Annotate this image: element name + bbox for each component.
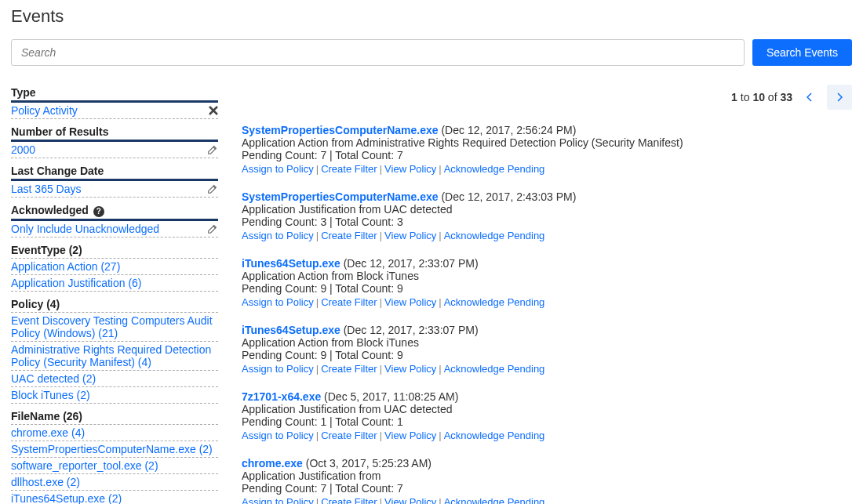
event-item: SystemPropertiesComputerName.exe (Dec 12… xyxy=(242,190,852,241)
facet-item[interactable]: dllhost.exe (2) xyxy=(11,474,218,491)
search-events-button[interactable]: Search Events xyxy=(752,39,852,66)
chevron-left-icon xyxy=(807,92,813,102)
separator: | xyxy=(316,163,319,175)
edit-icon[interactable] xyxy=(207,144,218,155)
facet-item[interactable]: UAC detected (2) xyxy=(11,371,218,387)
facet-item-label: dllhost.exe (2) xyxy=(11,476,80,488)
event-filename-link[interactable]: iTunes64Setup.exe xyxy=(242,324,340,336)
acknowledge-pending-link[interactable]: Acknowledge Pending xyxy=(444,363,545,375)
event-filename-link[interactable]: SystemPropertiesComputerName.exe xyxy=(242,190,439,203)
close-icon[interactable] xyxy=(209,106,218,115)
event-timestamp: (Dec 12, 2017, 2:43:03 PM) xyxy=(441,190,576,203)
event-counts: Pending Count: 7 | Total Count: 7 xyxy=(242,482,852,495)
search-input[interactable] xyxy=(11,39,745,66)
view-policy-link[interactable]: View Policy xyxy=(384,230,436,241)
assign-to-policy-link[interactable]: Assign to Policy xyxy=(242,496,314,504)
separator: | xyxy=(316,363,319,375)
facet-item[interactable]: Administrative Rights Required Detection… xyxy=(11,342,218,371)
event-filename-link[interactable]: chrome.exe xyxy=(242,457,303,470)
filter-header: Last Change Date xyxy=(11,163,218,181)
acknowledge-pending-link[interactable]: Acknowledge Pending xyxy=(444,230,545,241)
facet-item[interactable]: Block iTunes (2) xyxy=(11,387,218,404)
separator: | xyxy=(380,296,382,308)
separator: | xyxy=(380,496,382,504)
separator: | xyxy=(380,430,382,441)
filter-value-text: Last 365 Days xyxy=(11,183,82,195)
separator: | xyxy=(380,163,382,175)
view-policy-link[interactable]: View Policy xyxy=(384,163,436,175)
pager-next-button[interactable] xyxy=(827,85,852,110)
facet-item-label: UAC detected (2) xyxy=(11,372,96,385)
pager-prev-button[interactable] xyxy=(797,85,822,110)
facet-item[interactable]: iTunes64Setup.exe (2) xyxy=(11,491,218,505)
event-timestamp: (Dec 12, 2017, 2:33:07 PM) xyxy=(344,257,479,270)
create-filter-link[interactable]: Create Filter xyxy=(321,296,377,308)
page-title: Events xyxy=(11,6,852,27)
facet-item[interactable]: Application Action (27) xyxy=(11,259,218,275)
filter-header: Acknowledged ? xyxy=(11,202,218,221)
event-actions: Assign to Policy|Create Filter|View Poli… xyxy=(242,163,852,175)
acknowledge-pending-link[interactable]: Acknowledge Pending xyxy=(444,496,545,504)
filter-value-text: Only Include Unacknowledged xyxy=(11,223,159,235)
pager: 1 to 10 of 33 xyxy=(242,85,852,110)
facet-item-label: SystemPropertiesComputerName.exe (2) xyxy=(11,443,213,455)
facet-item[interactable]: Application Justification (6) xyxy=(11,275,218,292)
filter-value[interactable]: Only Include Unacknowledged xyxy=(11,221,218,237)
view-policy-link[interactable]: View Policy xyxy=(384,296,436,308)
facet-item-label: Application Justification (6) xyxy=(11,277,142,289)
separator: | xyxy=(380,363,382,375)
view-policy-link[interactable]: View Policy xyxy=(384,430,436,441)
separator: | xyxy=(380,230,382,241)
acknowledge-pending-link[interactable]: Acknowledge Pending xyxy=(444,163,545,175)
chevron-right-icon xyxy=(836,92,843,102)
assign-to-policy-link[interactable]: Assign to Policy xyxy=(242,363,314,375)
facet-item[interactable]: software_reporter_tool.exe (2) xyxy=(11,458,218,474)
event-actions: Assign to Policy|Create Filter|View Poli… xyxy=(242,496,852,504)
create-filter-link[interactable]: Create Filter xyxy=(321,496,377,504)
event-description: Application Action from Block iTunes xyxy=(242,336,852,349)
event-counts: Pending Count: 3 | Total Count: 3 xyxy=(242,216,852,228)
edit-icon[interactable] xyxy=(207,223,218,234)
filter-value[interactable]: Last 365 Days xyxy=(11,181,218,198)
filter-value-text: 2000 xyxy=(11,143,35,156)
create-filter-link[interactable]: Create Filter xyxy=(321,230,377,241)
event-filename-link[interactable]: iTunes64Setup.exe xyxy=(242,257,340,270)
separator: | xyxy=(439,230,441,241)
event-timestamp: (Dec 5, 2017, 11:08:25 AM) xyxy=(324,390,458,403)
help-icon[interactable]: ? xyxy=(93,206,104,217)
create-filter-link[interactable]: Create Filter xyxy=(321,430,377,441)
filter-value[interactable]: 2000 xyxy=(11,142,218,158)
event-timestamp: (Dec 12, 2017, 2:56:24 PM) xyxy=(441,124,576,136)
view-policy-link[interactable]: View Policy xyxy=(384,363,436,375)
assign-to-policy-link[interactable]: Assign to Policy xyxy=(242,430,314,441)
main-content: 1 to 10 of 33 SystemPropertiesComputerNa… xyxy=(242,85,852,504)
facet-item[interactable]: Event Discovery Testing Computers Audit … xyxy=(11,313,218,342)
event-item: iTunes64Setup.exe (Dec 12, 2017, 2:33:07… xyxy=(242,324,852,375)
edit-icon[interactable] xyxy=(207,183,218,194)
assign-to-policy-link[interactable]: Assign to Policy xyxy=(242,296,314,308)
filter-label: Last Change Date xyxy=(11,165,104,177)
assign-to-policy-link[interactable]: Assign to Policy xyxy=(242,163,314,175)
separator: | xyxy=(316,296,319,308)
event-counts: Pending Count: 9 | Total Count: 9 xyxy=(242,282,852,295)
assign-to-policy-link[interactable]: Assign to Policy xyxy=(242,230,314,241)
view-policy-link[interactable]: View Policy xyxy=(384,496,436,504)
create-filter-link[interactable]: Create Filter xyxy=(321,363,377,375)
facet-item[interactable]: SystemPropertiesComputerName.exe (2) xyxy=(11,441,218,458)
event-filename-link[interactable]: 7z1701-x64.exe xyxy=(242,390,321,403)
event-counts: Pending Count: 1 | Total Count: 1 xyxy=(242,415,852,428)
acknowledge-pending-link[interactable]: Acknowledge Pending xyxy=(444,296,545,308)
facet-item-label: chrome.exe (4) xyxy=(11,426,85,439)
facet-item-label: iTunes64Setup.exe (2) xyxy=(11,492,122,505)
facet-item-label: software_reporter_tool.exe (2) xyxy=(11,459,158,472)
create-filter-link[interactable]: Create Filter xyxy=(321,163,377,175)
event-filename-link[interactable]: SystemPropertiesComputerName.exe xyxy=(242,124,439,136)
filter-value[interactable]: Policy Activity xyxy=(11,103,218,119)
facet-item-label: Event Discovery Testing Computers Audit … xyxy=(11,314,218,339)
facet-item[interactable]: chrome.exe (4) xyxy=(11,425,218,441)
acknowledge-pending-link[interactable]: Acknowledge Pending xyxy=(444,430,545,441)
filter-label: Number of Results xyxy=(11,125,108,138)
event-description: Application Justification from UAC detec… xyxy=(242,403,852,415)
facet-header: FileName (26) xyxy=(11,408,218,425)
filter-header: Type xyxy=(11,85,218,103)
